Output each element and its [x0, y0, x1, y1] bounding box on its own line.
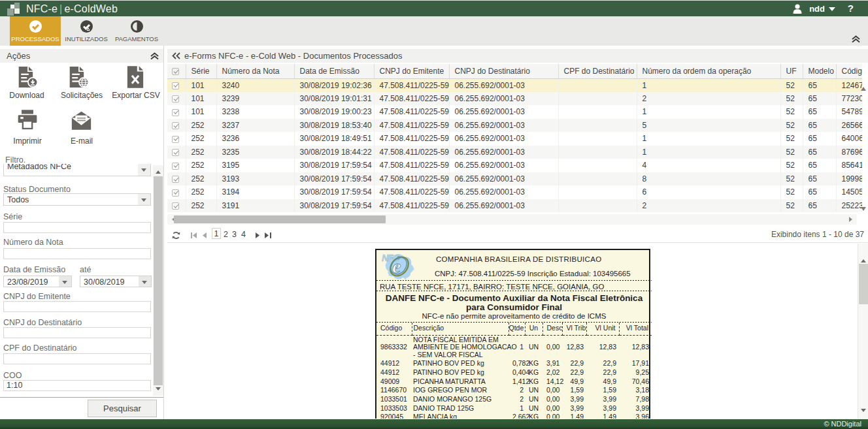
svg-text:©: © [397, 256, 401, 261]
